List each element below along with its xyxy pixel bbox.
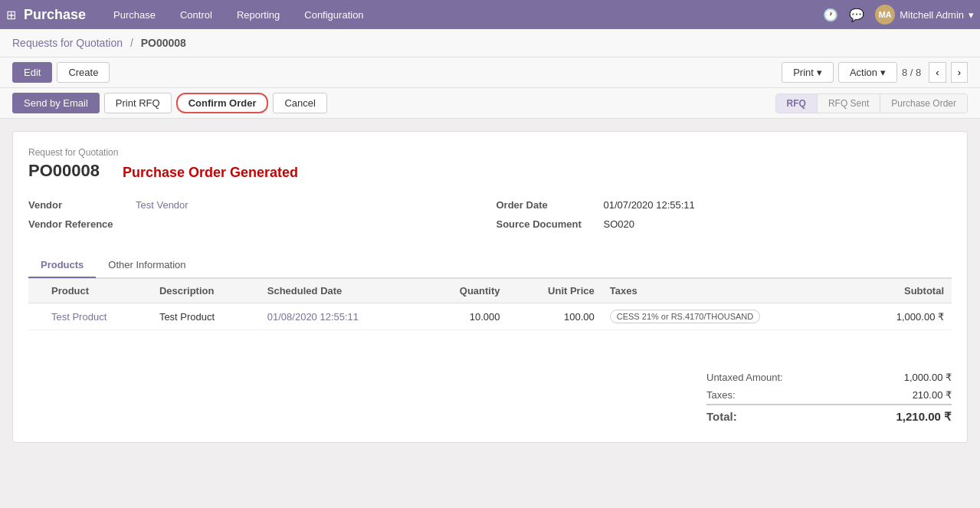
form-header: Request for Quotation PO00008 Purchase O… — [28, 147, 952, 184]
navbar-purchase[interactable]: Purchase — [109, 6, 160, 24]
status-rfq-sent[interactable]: RFQ Sent — [818, 94, 880, 113]
action-dropdown-icon: ▾ — [880, 67, 886, 78]
print-button[interactable]: Print ▾ — [782, 62, 834, 83]
col-unit-price: Unit Price — [508, 279, 602, 303]
col-description: Description — [152, 279, 260, 303]
order-date-row: Order Date 01/07/2020 12:55:11 — [497, 199, 952, 211]
col-quantity: Quantity — [422, 279, 507, 303]
navbar-reporting[interactable]: Reporting — [232, 6, 284, 24]
user-menu[interactable]: MA Mitchell Admin ▾ — [875, 5, 974, 25]
user-name: Mitchell Admin — [900, 9, 964, 21]
empty-row — [28, 330, 952, 353]
vendor-value[interactable]: Test Vendor — [136, 199, 188, 211]
field-grid: Vendor Test Vendor Vendor Reference Orde… — [28, 199, 952, 238]
print-label: Print — [793, 67, 814, 78]
row-unit-price: 100.00 — [508, 303, 602, 330]
source-doc-row: Source Document SO020 — [497, 218, 952, 230]
col-scheduled-date: Scheduled Date — [260, 279, 423, 303]
col-taxes: Taxes — [602, 279, 856, 303]
row-flag — [28, 303, 44, 330]
row-taxes: CESS 21% or RS.4170/THOUSAND — [602, 303, 856, 330]
print-rfq-button[interactable]: Print RFQ — [104, 93, 172, 113]
table-row: Test Product Test Product 01/08/2020 12:… — [28, 303, 952, 330]
totals-section: Untaxed Amount: 1,000.00 ₹ Taxes: 210.00… — [28, 369, 952, 427]
totals-table: Untaxed Amount: 1,000.00 ₹ Taxes: 210.00… — [706, 369, 952, 427]
action-button[interactable]: Action ▾ — [838, 62, 897, 83]
chat-icon[interactable]: 💬 — [849, 8, 864, 22]
row-scheduled-date[interactable]: 01/08/2020 12:55:11 — [260, 303, 423, 330]
taxes-row: Taxes: 210.00 ₹ — [706, 386, 952, 404]
print-dropdown-icon: ▾ — [817, 67, 822, 78]
user-dropdown-icon: ▾ — [969, 9, 974, 21]
row-product[interactable]: Test Product — [44, 303, 152, 330]
col-flag — [28, 279, 44, 303]
action-bar: Edit Create Print ▾ Action ▾ 8 / 8 ‹ › — [0, 57, 980, 88]
send-email-button[interactable]: Send by Email — [12, 93, 100, 113]
confirm-order-button[interactable]: Confirm Order — [176, 93, 269, 113]
breadcrumb-current: PO00008 — [141, 37, 186, 49]
breadcrumb-separator: / — [130, 37, 133, 49]
vendor-ref-label: Vendor Reference — [28, 218, 128, 230]
row-description: Test Product — [152, 303, 260, 330]
row-quantity: 10.000 — [422, 303, 507, 330]
order-date-value: 01/07/2020 12:55:11 — [604, 199, 695, 211]
table-header-row: Product Description Scheduled Date Quant… — [28, 279, 952, 303]
untaxed-label: Untaxed Amount: — [706, 372, 783, 383]
action-label: Action — [850, 67, 877, 78]
navbar-right: 🕐 💬 MA Mitchell Admin ▾ — [823, 5, 974, 25]
user-avatar: MA — [875, 5, 895, 25]
vendor-field-row: Vendor Test Vendor — [28, 199, 484, 211]
source-doc-label: Source Document — [497, 218, 596, 230]
vendor-ref-field-row: Vendor Reference — [28, 218, 484, 230]
app-title: Purchase — [24, 7, 86, 23]
navbar-configuration[interactable]: Configuration — [300, 6, 368, 24]
row-subtotal: 1,000.00 ₹ — [855, 303, 952, 330]
taxes-label: Taxes: — [706, 389, 736, 401]
tab-products[interactable]: Products — [28, 253, 96, 278]
status-purchase-order[interactable]: Purchase Order — [880, 94, 967, 113]
tab-other-information[interactable]: Other Information — [96, 253, 198, 278]
breadcrumb-parent[interactable]: Requests for Quotation — [12, 37, 123, 49]
cancel-button[interactable]: Cancel — [273, 93, 326, 113]
main-content: Request for Quotation PO00008 Purchase O… — [0, 119, 980, 502]
nav-info: 8 / 8 — [902, 67, 921, 78]
col-product: Product — [44, 279, 152, 303]
grid-icon[interactable]: ⊞ — [6, 8, 16, 22]
navbar-control[interactable]: Control — [175, 6, 217, 24]
next-button[interactable]: › — [951, 62, 968, 83]
tabs: Products Other Information — [28, 253, 952, 278]
untaxed-value: 1,000.00 ₹ — [904, 372, 952, 383]
prev-button[interactable]: ‹ — [929, 62, 946, 83]
order-date-label: Order Date — [497, 199, 596, 211]
edit-button[interactable]: Edit — [12, 62, 52, 83]
total-value: 1,210.00 ₹ — [896, 410, 952, 424]
generated-text: Purchase Order Generated — [123, 165, 298, 181]
po-number: PO00008 — [28, 161, 100, 181]
create-button[interactable]: Create — [57, 62, 110, 83]
taxes-value: 210.00 ₹ — [913, 389, 952, 401]
status-bar: RFQ RFQ Sent Purchase Order — [775, 93, 968, 113]
right-fields: Order Date 01/07/2020 12:55:11 Source Do… — [497, 199, 952, 238]
vendor-label: Vendor — [28, 199, 128, 211]
untaxed-amount-row: Untaxed Amount: 1,000.00 ₹ — [706, 369, 952, 386]
total-label: Total: — [706, 410, 737, 424]
clock-icon[interactable]: 🕐 — [823, 8, 838, 22]
left-fields: Vendor Test Vendor Vendor Reference — [28, 199, 484, 238]
col-subtotal: Subtotal — [855, 279, 952, 303]
total-row: Total: 1,210.00 ₹ — [706, 404, 952, 427]
form-card: Request for Quotation PO00008 Purchase O… — [12, 131, 968, 443]
navbar: ⊞ Purchase Purchase Control Reporting Co… — [0, 0, 980, 29]
products-table: Product Description Scheduled Date Quant… — [28, 278, 952, 353]
form-label: Request for Quotation — [28, 147, 952, 158]
secondary-bar: Send by Email Print RFQ Confirm Order Ca… — [0, 88, 980, 119]
breadcrumb: Requests for Quotation / PO00008 — [0, 29, 980, 57]
source-doc-value: SO020 — [604, 218, 634, 230]
navbar-menu: Purchase Control Reporting Configuration — [109, 6, 823, 24]
status-rfq[interactable]: RFQ — [776, 94, 818, 113]
tax-badge[interactable]: CESS 21% or RS.4170/THOUSAND — [610, 310, 761, 323]
